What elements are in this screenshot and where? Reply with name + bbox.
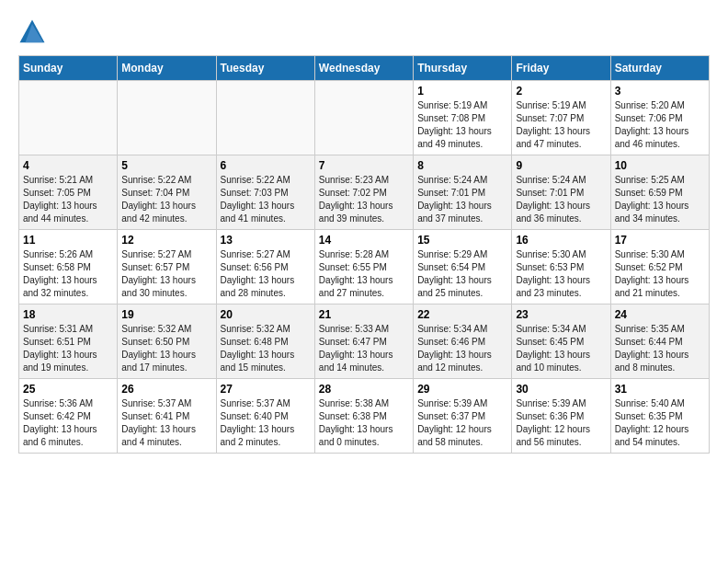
weekday-header: Monday bbox=[118, 56, 216, 81]
calendar-cell: 3Sunrise: 5:20 AM Sunset: 7:06 PM Daylig… bbox=[610, 81, 709, 155]
calendar-cell: 21Sunrise: 5:33 AM Sunset: 6:47 PM Dayli… bbox=[314, 304, 413, 379]
weekday-header: Wednesday bbox=[314, 56, 413, 81]
calendar-cell: 12Sunrise: 5:27 AM Sunset: 6:57 PM Dayli… bbox=[118, 230, 216, 304]
day-number: 4 bbox=[23, 159, 113, 172]
day-info: Sunrise: 5:30 AM Sunset: 6:53 PM Dayligh… bbox=[516, 248, 606, 300]
calendar-cell: 31Sunrise: 5:40 AM Sunset: 6:35 PM Dayli… bbox=[610, 379, 709, 454]
weekday-header: Thursday bbox=[414, 56, 512, 81]
day-number: 10 bbox=[615, 159, 705, 172]
calendar-cell: 10Sunrise: 5:25 AM Sunset: 6:59 PM Dayli… bbox=[610, 155, 709, 230]
day-number: 8 bbox=[417, 159, 507, 172]
calendar-cell: 26Sunrise: 5:37 AM Sunset: 6:41 PM Dayli… bbox=[118, 379, 216, 454]
calendar-cell: 16Sunrise: 5:30 AM Sunset: 6:53 PM Dayli… bbox=[512, 230, 610, 304]
day-info: Sunrise: 5:24 AM Sunset: 7:01 PM Dayligh… bbox=[417, 174, 507, 225]
day-number: 7 bbox=[319, 159, 409, 172]
day-number: 3 bbox=[615, 85, 705, 98]
day-number: 31 bbox=[615, 383, 705, 396]
day-info: Sunrise: 5:31 AM Sunset: 6:51 PM Dayligh… bbox=[23, 323, 113, 374]
calendar-cell: 8Sunrise: 5:24 AM Sunset: 7:01 PM Daylig… bbox=[414, 155, 512, 230]
calendar-cell: 1Sunrise: 5:19 AM Sunset: 7:08 PM Daylig… bbox=[414, 81, 512, 155]
calendar-cell: 24Sunrise: 5:35 AM Sunset: 6:44 PM Dayli… bbox=[610, 304, 709, 379]
day-info: Sunrise: 5:32 AM Sunset: 6:50 PM Dayligh… bbox=[121, 323, 211, 374]
calendar-cell bbox=[216, 81, 314, 155]
day-info: Sunrise: 5:40 AM Sunset: 6:35 PM Dayligh… bbox=[615, 397, 705, 449]
logo bbox=[18, 18, 50, 46]
day-info: Sunrise: 5:27 AM Sunset: 6:57 PM Dayligh… bbox=[121, 248, 211, 300]
calendar-week-row: 11Sunrise: 5:26 AM Sunset: 6:58 PM Dayli… bbox=[19, 230, 710, 304]
calendar-cell: 28Sunrise: 5:38 AM Sunset: 6:38 PM Dayli… bbox=[314, 379, 413, 454]
calendar-week-row: 4Sunrise: 5:21 AM Sunset: 7:05 PM Daylig… bbox=[19, 155, 710, 230]
calendar-cell: 13Sunrise: 5:27 AM Sunset: 6:56 PM Dayli… bbox=[216, 230, 314, 304]
calendar-cell: 9Sunrise: 5:24 AM Sunset: 7:01 PM Daylig… bbox=[512, 155, 610, 230]
weekday-header: Tuesday bbox=[216, 56, 314, 81]
day-info: Sunrise: 5:39 AM Sunset: 6:37 PM Dayligh… bbox=[417, 397, 507, 449]
day-info: Sunrise: 5:32 AM Sunset: 6:48 PM Dayligh… bbox=[221, 323, 311, 374]
day-number: 19 bbox=[121, 308, 211, 321]
calendar-cell: 18Sunrise: 5:31 AM Sunset: 6:51 PM Dayli… bbox=[19, 304, 118, 379]
day-number: 16 bbox=[516, 234, 606, 247]
weekday-header: Friday bbox=[512, 56, 610, 81]
day-info: Sunrise: 5:35 AM Sunset: 6:44 PM Dayligh… bbox=[615, 323, 705, 374]
day-info: Sunrise: 5:28 AM Sunset: 6:55 PM Dayligh… bbox=[319, 248, 409, 300]
calendar-cell: 23Sunrise: 5:34 AM Sunset: 6:45 PM Dayli… bbox=[512, 304, 610, 379]
weekday-header: Sunday bbox=[19, 56, 118, 81]
day-info: Sunrise: 5:22 AM Sunset: 7:04 PM Dayligh… bbox=[121, 174, 211, 225]
day-info: Sunrise: 5:37 AM Sunset: 6:41 PM Dayligh… bbox=[121, 397, 211, 449]
calendar-cell: 15Sunrise: 5:29 AM Sunset: 6:54 PM Dayli… bbox=[414, 230, 512, 304]
page-header bbox=[18, 18, 710, 46]
calendar-cell: 30Sunrise: 5:39 AM Sunset: 6:36 PM Dayli… bbox=[512, 379, 610, 454]
day-info: Sunrise: 5:34 AM Sunset: 6:45 PM Dayligh… bbox=[516, 323, 606, 374]
day-info: Sunrise: 5:24 AM Sunset: 7:01 PM Dayligh… bbox=[516, 174, 606, 225]
day-info: Sunrise: 5:20 AM Sunset: 7:06 PM Dayligh… bbox=[615, 99, 705, 151]
calendar-cell: 25Sunrise: 5:36 AM Sunset: 6:42 PM Dayli… bbox=[19, 379, 118, 454]
day-number: 14 bbox=[319, 234, 409, 247]
day-info: Sunrise: 5:23 AM Sunset: 7:02 PM Dayligh… bbox=[319, 174, 409, 225]
calendar-week-row: 1Sunrise: 5:19 AM Sunset: 7:08 PM Daylig… bbox=[19, 81, 710, 155]
day-info: Sunrise: 5:19 AM Sunset: 7:07 PM Dayligh… bbox=[516, 99, 606, 151]
calendar-week-row: 18Sunrise: 5:31 AM Sunset: 6:51 PM Dayli… bbox=[19, 304, 710, 379]
day-number: 24 bbox=[615, 308, 705, 321]
calendar-cell: 11Sunrise: 5:26 AM Sunset: 6:58 PM Dayli… bbox=[19, 230, 118, 304]
day-number: 17 bbox=[615, 234, 705, 247]
calendar-cell: 7Sunrise: 5:23 AM Sunset: 7:02 PM Daylig… bbox=[314, 155, 413, 230]
day-info: Sunrise: 5:22 AM Sunset: 7:03 PM Dayligh… bbox=[221, 174, 311, 225]
day-number: 2 bbox=[516, 85, 606, 98]
day-number: 11 bbox=[23, 234, 113, 247]
day-info: Sunrise: 5:33 AM Sunset: 6:47 PM Dayligh… bbox=[319, 323, 409, 374]
day-info: Sunrise: 5:34 AM Sunset: 6:46 PM Dayligh… bbox=[417, 323, 507, 374]
day-info: Sunrise: 5:25 AM Sunset: 6:59 PM Dayligh… bbox=[615, 174, 705, 225]
calendar-table: SundayMondayTuesdayWednesdayThursdayFrid… bbox=[18, 55, 710, 454]
day-info: Sunrise: 5:30 AM Sunset: 6:52 PM Dayligh… bbox=[615, 248, 705, 300]
day-number: 15 bbox=[417, 234, 507, 247]
day-info: Sunrise: 5:36 AM Sunset: 6:42 PM Dayligh… bbox=[23, 397, 113, 449]
day-number: 21 bbox=[319, 308, 409, 321]
day-info: Sunrise: 5:19 AM Sunset: 7:08 PM Dayligh… bbox=[417, 99, 507, 151]
day-info: Sunrise: 5:21 AM Sunset: 7:05 PM Dayligh… bbox=[23, 174, 113, 225]
calendar-header: SundayMondayTuesdayWednesdayThursdayFrid… bbox=[19, 56, 710, 81]
calendar-cell bbox=[314, 81, 413, 155]
day-number: 6 bbox=[221, 159, 311, 172]
day-number: 13 bbox=[221, 234, 311, 247]
day-info: Sunrise: 5:26 AM Sunset: 6:58 PM Dayligh… bbox=[23, 248, 113, 300]
day-number: 5 bbox=[121, 159, 211, 172]
day-number: 12 bbox=[121, 234, 211, 247]
calendar-week-row: 25Sunrise: 5:36 AM Sunset: 6:42 PM Dayli… bbox=[19, 379, 710, 454]
day-number: 20 bbox=[221, 308, 311, 321]
calendar-cell: 27Sunrise: 5:37 AM Sunset: 6:40 PM Dayli… bbox=[216, 379, 314, 454]
day-info: Sunrise: 5:27 AM Sunset: 6:56 PM Dayligh… bbox=[221, 248, 311, 300]
day-info: Sunrise: 5:39 AM Sunset: 6:36 PM Dayligh… bbox=[516, 397, 606, 449]
calendar-cell bbox=[19, 81, 118, 155]
day-number: 1 bbox=[417, 85, 507, 98]
day-number: 29 bbox=[417, 383, 507, 396]
calendar-cell: 5Sunrise: 5:22 AM Sunset: 7:04 PM Daylig… bbox=[118, 155, 216, 230]
calendar-cell: 2Sunrise: 5:19 AM Sunset: 7:07 PM Daylig… bbox=[512, 81, 610, 155]
calendar-cell: 6Sunrise: 5:22 AM Sunset: 7:03 PM Daylig… bbox=[216, 155, 314, 230]
day-number: 23 bbox=[516, 308, 606, 321]
day-number: 25 bbox=[23, 383, 113, 396]
day-number: 26 bbox=[121, 383, 211, 396]
calendar-cell bbox=[118, 81, 216, 155]
logo-icon bbox=[18, 18, 46, 46]
day-number: 22 bbox=[417, 308, 507, 321]
calendar-cell: 17Sunrise: 5:30 AM Sunset: 6:52 PM Dayli… bbox=[610, 230, 709, 304]
calendar-cell: 22Sunrise: 5:34 AM Sunset: 6:46 PM Dayli… bbox=[414, 304, 512, 379]
